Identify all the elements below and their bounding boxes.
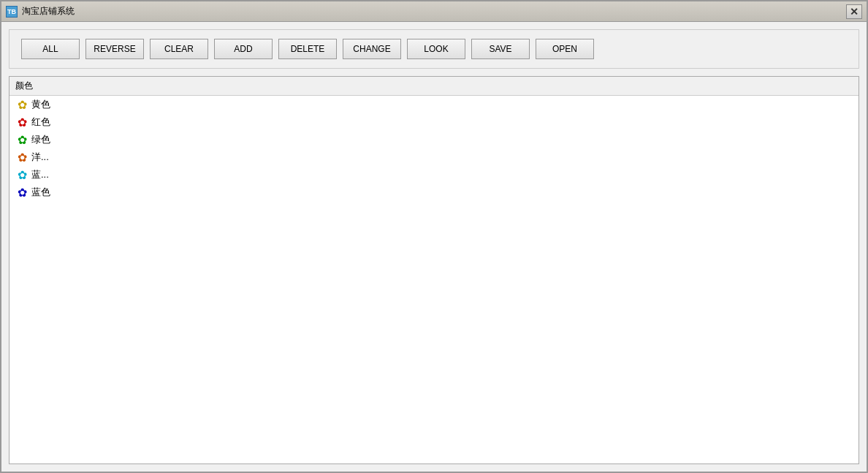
item-label-green: 绿色 — [31, 133, 50, 146]
item-label-red: 红色 — [31, 116, 50, 129]
list-item[interactable]: ✿蓝色 — [9, 183, 859, 201]
item-label-yellow: 黄色 — [31, 98, 50, 111]
list-items: ✿黄色✿红色✿绿色✿洋...✿蓝...✿蓝色 — [9, 96, 859, 201]
open-button[interactable]: OPEN — [536, 39, 594, 59]
delete-button[interactable]: DELETE — [278, 39, 337, 59]
title-bar: TB 淘宝店铺系统 ✕ — [1, 1, 867, 22]
close-button[interactable]: ✕ — [846, 4, 862, 19]
all-button[interactable]: ALL — [21, 39, 80, 59]
list-item[interactable]: ✿蓝... — [9, 166, 859, 183]
item-label-blue: 蓝色 — [31, 186, 50, 199]
title-bar-left: TB 淘宝店铺系统 — [6, 5, 75, 18]
list-item[interactable]: ✿洋... — [9, 148, 859, 166]
main-window: TB 淘宝店铺系统 ✕ ALL REVERSE CLEAR ADD DELETE… — [0, 0, 868, 473]
item-label-yang: 洋... — [31, 151, 49, 164]
color-icon-blue: ✿ — [15, 186, 28, 199]
change-button[interactable]: CHANGE — [343, 39, 401, 59]
color-icon-yang: ✿ — [15, 151, 28, 164]
reverse-button[interactable]: REVERSE — [85, 39, 144, 59]
add-button[interactable]: ADD — [214, 39, 273, 59]
list-item[interactable]: ✿红色 — [9, 113, 859, 131]
app-icon: TB — [6, 6, 18, 18]
color-list-container[interactable]: 颜色 ✿黄色✿红色✿绿色✿洋...✿蓝...✿蓝色 — [9, 76, 859, 464]
toolbar: ALL REVERSE CLEAR ADD DELETE CHANGE LOOK… — [9, 29, 859, 69]
item-label-lan-dots: 蓝... — [31, 168, 49, 181]
list-item[interactable]: ✿绿色 — [9, 131, 859, 148]
color-icon-red: ✿ — [15, 116, 28, 129]
save-button[interactable]: SAVE — [471, 39, 530, 59]
list-header: 颜色 — [9, 77, 859, 96]
window-title: 淘宝店铺系统 — [22, 5, 75, 18]
color-icon-lan-dots: ✿ — [15, 168, 28, 181]
window-body: ALL REVERSE CLEAR ADD DELETE CHANGE LOOK… — [1, 22, 867, 472]
color-icon-yellow: ✿ — [15, 98, 28, 111]
list-item[interactable]: ✿黄色 — [9, 96, 859, 113]
clear-button[interactable]: CLEAR — [150, 39, 208, 59]
color-icon-green: ✿ — [15, 133, 28, 146]
look-button[interactable]: LOOK — [407, 39, 465, 59]
